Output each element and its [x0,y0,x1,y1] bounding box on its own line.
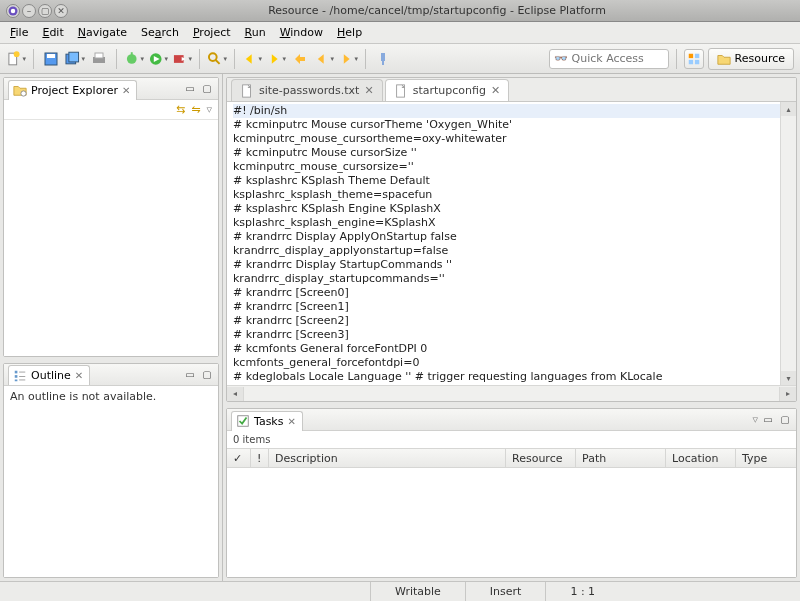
project-explorer-view: Project Explorer ✕ ▭ ▢ ⇆ ⇋ ▿ [3,77,219,357]
minimize-view-button[interactable]: ▭ [761,413,775,427]
outline-view: Outline ✕ ▭ ▢ An outline is not availabl… [3,363,219,578]
tasks-col-complete[interactable]: ✓ [227,449,251,467]
svg-rect-35 [19,379,25,380]
menu-window[interactable]: Window [274,24,329,41]
scroll-right-button[interactable]: ▸ [780,387,796,401]
outline-icon [13,369,27,383]
run-button[interactable] [148,49,168,69]
menu-navigate[interactable]: Navigate [72,24,133,41]
tasks-col-path[interactable]: Path [576,449,666,467]
tasks-count: 0 items [227,431,796,448]
svg-point-10 [127,54,137,64]
view-menu-icon[interactable]: ▿ [752,413,758,426]
svg-rect-27 [688,59,692,63]
scroll-down-button[interactable]: ▾ [781,371,796,385]
project-explorer-tab[interactable]: Project Explorer ✕ [8,80,137,100]
quick-access-input[interactable] [572,52,664,65]
view-menu-icon[interactable]: ▿ [206,103,212,116]
minimize-view-button[interactable]: ▭ [183,82,197,96]
scroll-up-button[interactable]: ▴ [781,102,796,116]
maximize-view-button[interactable]: ▢ [778,413,792,427]
external-tools-button[interactable] [172,49,192,69]
menu-help[interactable]: Help [331,24,368,41]
tasks-col-resource[interactable]: Resource [506,449,576,467]
tasks-col-type[interactable]: Type [736,449,796,467]
project-explorer-icon [13,83,27,97]
maximize-view-button[interactable]: ▢ [200,367,214,381]
tasks-icon [236,414,250,428]
editor-tab-bar: site-passwords.txt ✕ startupconfig ✕ [227,78,796,102]
open-perspective-button[interactable] [684,49,704,69]
center-column: site-passwords.txt ✕ startupconfig ✕ #! … [223,74,800,581]
minimize-view-button[interactable]: ▭ [183,367,197,381]
quick-access[interactable]: 👓 [549,49,669,69]
svg-rect-32 [15,379,18,381]
main-toolbar: 👓 Resource [0,44,800,74]
perspective-resource[interactable]: Resource [708,48,794,70]
binoculars-icon: 👓 [554,52,568,65]
tasks-tab[interactable]: Tasks ✕ [231,411,303,431]
close-button[interactable]: ✕ [54,4,68,18]
editor-tab-label: site-passwords.txt [259,84,359,97]
print-button[interactable] [89,49,109,69]
tasks-column-headers: ✓ ! Description Resource Path Location T… [227,448,796,468]
maximize-view-button[interactable]: ▢ [200,82,214,96]
app-menu-button[interactable] [6,4,20,18]
close-icon[interactable]: ✕ [491,84,500,97]
perspective-label: Resource [735,52,785,65]
close-icon[interactable]: ✕ [287,416,295,427]
editor-text[interactable]: #! /bin/sh# kcminputrc Mouse cursorTheme… [227,102,796,385]
editor-tab-label: startupconfig [413,84,486,97]
close-icon[interactable]: ✕ [364,84,373,97]
outline-title: Outline [31,369,71,382]
menu-search[interactable]: Search [135,24,185,41]
close-icon[interactable]: ✕ [122,85,130,96]
minimize-button[interactable]: – [22,4,36,18]
maximize-button[interactable]: ▢ [38,4,52,18]
svg-marker-22 [344,54,350,64]
new-button[interactable] [6,49,26,69]
project-explorer-title: Project Explorer [31,84,118,97]
tasks-body[interactable] [227,468,796,577]
outline-tab[interactable]: Outline ✕ [8,365,90,385]
tasks-col-priority[interactable]: ! [251,449,269,467]
annotation-next-button[interactable] [266,49,286,69]
svg-point-16 [209,53,217,61]
annotation-prev-button[interactable] [242,49,262,69]
project-explorer-body[interactable] [4,120,218,356]
svg-marker-19 [272,54,278,64]
tasks-col-description[interactable]: Description [269,449,506,467]
svg-rect-26 [694,53,698,57]
menu-edit[interactable]: Edit [36,24,69,41]
search-button[interactable] [207,49,227,69]
last-edit-button[interactable] [290,49,310,69]
left-column: Project Explorer ✕ ▭ ▢ ⇆ ⇋ ▿ Outline [0,74,223,581]
status-position: 1 : 1 [545,582,619,601]
scroll-left-button[interactable]: ◂ [227,387,243,401]
status-bar: Writable Insert 1 : 1 [0,581,800,601]
menu-project[interactable]: Project [187,24,237,41]
svg-line-17 [216,59,220,63]
vertical-scrollbar[interactable]: ▴ ▾ [780,102,796,385]
folder-icon [717,52,731,66]
horizontal-scrollbar[interactable]: ◂ ▸ [227,385,796,401]
nav-forward-button[interactable] [338,49,358,69]
editor-area: site-passwords.txt ✕ startupconfig ✕ #! … [226,77,797,402]
save-all-button[interactable] [65,49,85,69]
editor-tab-startupconfig[interactable]: startupconfig ✕ [385,79,509,101]
svg-marker-21 [318,54,324,64]
editor-tab-site-passwords[interactable]: site-passwords.txt ✕ [231,79,383,101]
svg-rect-11 [131,52,133,55]
link-editor-icon[interactable]: ⇋ [191,103,200,116]
close-icon[interactable]: ✕ [75,370,83,381]
save-button[interactable] [41,49,61,69]
outline-empty-text: An outline is not available. [10,390,156,403]
collapse-all-icon[interactable]: ⇆ [176,103,185,116]
svg-marker-20 [295,54,305,64]
nav-back-button[interactable] [314,49,334,69]
tasks-col-location[interactable]: Location [666,449,736,467]
pin-button[interactable] [373,49,393,69]
menu-file[interactable]: File [4,24,34,41]
menu-run[interactable]: Run [239,24,272,41]
debug-button[interactable] [124,49,144,69]
